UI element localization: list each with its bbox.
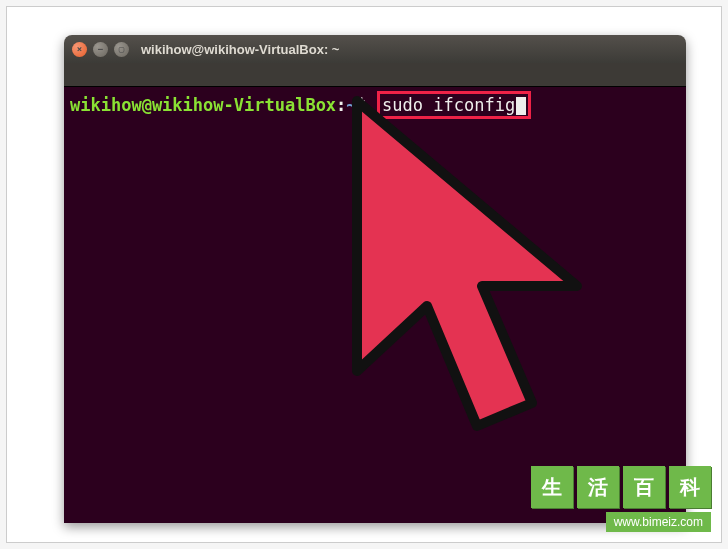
window-title: wikihow@wikihow-VirtualBox: ~ [141, 42, 339, 57]
prompt-symbol: $ [357, 95, 367, 115]
command-text: sudo ifconfig [382, 95, 515, 115]
prompt-colon: : [336, 95, 346, 115]
watermark-url: www.bimeiz.com [606, 512, 711, 532]
watermark: 生 活 百 科 www.bimeiz.com [531, 466, 711, 532]
watermark-char: 生 [531, 466, 573, 508]
watermark-char: 百 [623, 466, 665, 508]
text-cursor [516, 97, 526, 115]
watermark-logo: 生 活 百 科 [531, 466, 711, 508]
terminal-body[interactable]: wikihow@wikihow-VirtualBox:~$ sudo ifcon… [64, 87, 686, 523]
watermark-char: 活 [577, 466, 619, 508]
close-button[interactable]: × [72, 42, 87, 57]
menu-bar[interactable] [64, 63, 686, 87]
title-bar[interactable]: × − ▢ wikihow@wikihow-VirtualBox: ~ [64, 35, 686, 63]
maximize-button[interactable]: ▢ [114, 42, 129, 57]
screenshot-frame: × − ▢ wikihow@wikihow-VirtualBox: ~ wiki… [6, 6, 722, 543]
minimize-button[interactable]: − [93, 42, 108, 57]
watermark-char: 科 [669, 466, 711, 508]
prompt-user-host: wikihow@wikihow-VirtualBox [70, 95, 336, 115]
terminal-window: × − ▢ wikihow@wikihow-VirtualBox: ~ wiki… [64, 35, 686, 523]
prompt-path: ~ [346, 95, 356, 115]
command-highlight: sudo ifconfig [377, 91, 531, 119]
